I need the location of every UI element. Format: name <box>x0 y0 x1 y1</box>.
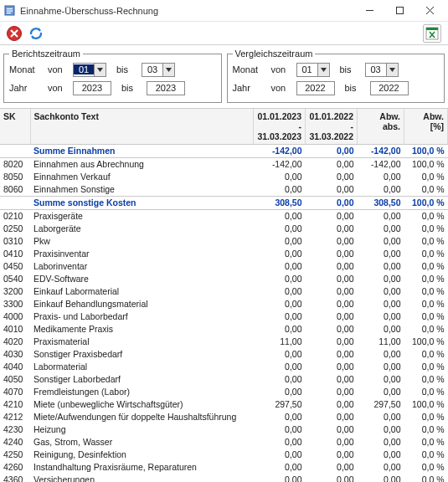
selected-value: 03 <box>366 64 386 74</box>
table-row[interactable]: 4010Medikamente Praxis0,000,000,000,0 % <box>0 323 448 336</box>
from-label: von <box>271 64 296 74</box>
table-group-row[interactable]: Summe sonstige Kosten308,500,00308,50100… <box>0 197 448 210</box>
compare-year-from-input[interactable]: 2022 <box>296 81 335 95</box>
cell-name: Praxismaterial <box>30 336 254 348</box>
cell-p1: 0,00 <box>254 323 306 336</box>
compare-month-to-select[interactable]: 03 <box>365 63 399 77</box>
cell-abs: 0,00 <box>358 411 404 423</box>
table-row[interactable]: 4050Sonstiger Laborbedarf0,000,000,000,0… <box>0 373 448 386</box>
svg-rect-5 <box>396 8 403 14</box>
report-year-to-input[interactable]: 2023 <box>147 81 185 95</box>
table-group-row[interactable]: Summe Einnahmen-142,000,00-142,00100,0 % <box>0 145 448 158</box>
table-row[interactable]: 0450Laborinventar0,000,000,000,0 % <box>0 260 448 273</box>
cell-p2: 0,00 <box>306 449 358 461</box>
table-row[interactable]: 8050Einnahmen Verkauf0,000,000,000,0 % <box>0 171 448 183</box>
cell-abs: 0,00 <box>358 260 404 273</box>
cell-sk: 4260 <box>0 461 30 474</box>
cell-p2: 0,00 <box>306 285 358 298</box>
col-period2[interactable]: 01.01.2022 - 31.03.2022 <box>306 109 358 145</box>
table-row[interactable]: 4030Sonstiger Praxisbedarf0,000,000,000,… <box>0 348 448 361</box>
cell-p2: 0,00 <box>306 336 358 348</box>
cell-name: Summe Einnahmen <box>30 145 254 158</box>
cell-p1: 0,00 <box>254 436 306 449</box>
cell-sk: 0540 <box>0 273 30 285</box>
chevron-down-icon <box>162 64 174 76</box>
table-row[interactable]: 4250Reinigung, Desinfektion0,000,000,000… <box>0 449 448 461</box>
cell-pct: 0,0 % <box>404 210 448 223</box>
cell-p1: -142,00 <box>254 158 306 172</box>
table-row[interactable]: 4210Miete (unbewegliche Wirtschaftsgüter… <box>0 398 448 411</box>
table-row[interactable]: 8020Einnahmen aus Abrechnung-142,000,00-… <box>0 158 448 172</box>
cell-name: Instandhaltung Praxisräume, Reparaturen <box>30 461 254 474</box>
table-row[interactable]: 4240Gas, Strom, Wasser0,000,000,000,0 % <box>0 436 448 449</box>
to-label: bis <box>340 64 365 74</box>
to-label: bis <box>116 64 142 74</box>
cell-sk: 8020 <box>0 158 30 172</box>
col-sk[interactable]: SK <box>0 109 30 145</box>
report-month-to-select[interactable]: 03 <box>142 63 175 77</box>
cell-sk: 0250 <box>0 223 30 235</box>
cell-p2: 0,00 <box>306 474 358 482</box>
compare-period-group: Vergleichszeitraum Monat von 01 bis 03 J… <box>227 49 445 103</box>
table-row[interactable]: 4070Fremdleistungen (Labor)0,000,000,000… <box>0 386 448 398</box>
col-abs[interactable]: Abw. abs. <box>358 109 404 145</box>
cell-pct: 0,0 % <box>404 310 448 323</box>
close-button[interactable] <box>415 1 445 21</box>
maximize-button[interactable] <box>384 1 415 21</box>
cell-name: Praxisinventar <box>30 248 254 260</box>
cell-name: Medikamente Praxis <box>30 323 254 336</box>
table-row[interactable]: 0250Laborgeräte0,000,000,000,0 % <box>0 223 448 235</box>
table-row[interactable]: 3300Einkauf Behandlungsmaterial0,000,000… <box>0 298 448 310</box>
selected-value: 01 <box>297 64 317 74</box>
cell-name: Praxis- und Laborbedarf <box>30 310 254 323</box>
excel-export-icon[interactable] <box>423 24 441 43</box>
cell-sk: 8060 <box>0 183 30 197</box>
col-name[interactable]: Sachkonto Text <box>30 109 254 145</box>
col-pct[interactable]: Abw. [%] <box>404 109 448 145</box>
cell-p2: 0,00 <box>306 386 358 398</box>
compare-year-to-input[interactable]: 2022 <box>370 81 409 95</box>
cell-name: Pkw <box>30 235 254 248</box>
data-table-scroll[interactable]: SK Sachkonto Text 01.01.2023 - 31.03.202… <box>0 108 448 482</box>
table-row[interactable]: 8060Einnahmen Sonstige0,000,000,000,0 % <box>0 183 448 197</box>
cell-sk: 4030 <box>0 348 30 361</box>
table-row[interactable]: 3200Einkauf Labormaterial0,000,000,000,0… <box>0 285 448 298</box>
table-row[interactable]: 0410Praxisinventar0,000,000,000,0 % <box>0 248 448 260</box>
from-label: von <box>48 83 73 93</box>
cell-p1: 0,00 <box>254 210 306 223</box>
window-title: Einnahme-Überschuss-Rechnung <box>20 6 158 16</box>
cell-pct: 0,0 % <box>404 386 448 398</box>
table-row[interactable]: 4360Versicherungen0,000,000,000,0 % <box>0 474 448 482</box>
table-header-row: SK Sachkonto Text 01.01.2023 - 31.03.202… <box>0 109 448 145</box>
cell-abs: -142,00 <box>358 145 404 158</box>
cell-abs: 0,00 <box>358 183 404 197</box>
cell-sk: 4230 <box>0 423 30 436</box>
cell-pct: 0,0 % <box>404 436 448 449</box>
table-row[interactable]: 4230Heizung0,000,000,000,0 % <box>0 423 448 436</box>
cell-name: Einkauf Labormaterial <box>30 285 254 298</box>
cancel-icon[interactable] <box>5 24 23 43</box>
minimize-button[interactable] <box>354 1 384 21</box>
table-row[interactable]: 0210Praxisgeräte0,000,000,000,0 % <box>0 210 448 223</box>
cell-p1: 0,00 <box>254 171 306 183</box>
table-row[interactable]: 4000Praxis- und Laborbedarf0,000,000,000… <box>0 310 448 323</box>
cell-pct: 100,0 % <box>404 158 448 172</box>
cell-p2: 0,00 <box>306 310 358 323</box>
report-month-from-select[interactable]: 01 <box>73 63 106 77</box>
table-row[interactable]: 4260Instandhaltung Praxisräume, Reparatu… <box>0 461 448 474</box>
table-row[interactable]: 4020Praxismaterial11,000,0011,00100,0 % <box>0 336 448 348</box>
refresh-icon[interactable] <box>27 24 45 43</box>
report-year-from-input[interactable]: 2023 <box>73 81 111 95</box>
table-row[interactable]: 0540EDV-Software0,000,000,000,0 % <box>0 273 448 285</box>
table-row[interactable]: 4212Miete/Aufwendungen für doppelte Haus… <box>0 411 448 423</box>
table-row[interactable]: 0310Pkw0,000,000,000,0 % <box>0 235 448 248</box>
cell-p2: 0,00 <box>306 361 358 373</box>
table-row[interactable]: 4040Labormaterial0,000,000,000,0 % <box>0 361 448 373</box>
col-period1[interactable]: 01.01.2023 - 31.03.2023 <box>254 109 306 145</box>
cell-abs: 0,00 <box>358 386 404 398</box>
compare-month-from-select[interactable]: 01 <box>296 63 330 77</box>
cell-p1: 0,00 <box>254 223 306 235</box>
cell-sk: 0310 <box>0 235 30 248</box>
cell-p2: 0,00 <box>306 210 358 223</box>
cell-pct: 0,0 % <box>404 361 448 373</box>
